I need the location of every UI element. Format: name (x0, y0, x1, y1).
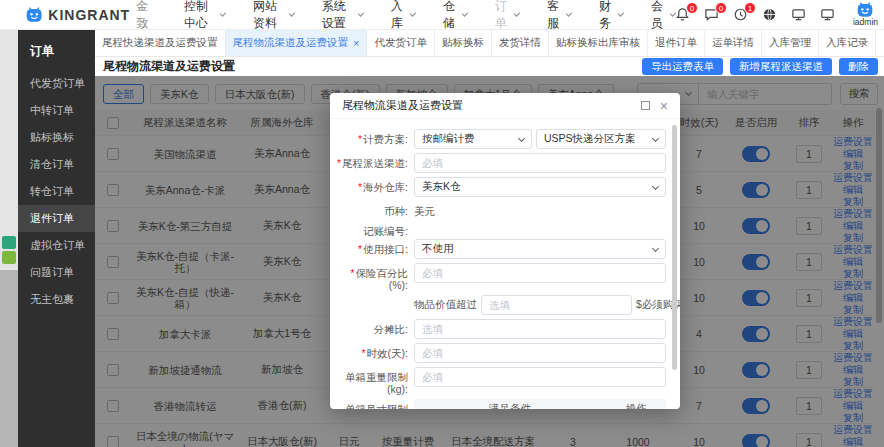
sidebar-item[interactable]: 清仓订单 (18, 151, 95, 178)
page-title: 尾程物流渠道及运费设置 (95, 58, 235, 75)
sidebar-item[interactable]: 无主包裹 (18, 286, 95, 313)
nav-menu-item[interactable]: 仓储 (443, 0, 467, 32)
top-navbar: KINGRANT 金致 控制中心 网站资料 系统设置 入库 (0, 0, 884, 30)
avatar-icon (857, 2, 873, 18)
nav-menu-item[interactable]: 系统设置 (322, 0, 363, 32)
size-limit-table: 满足条件 操作 (414, 399, 666, 409)
nav-menu-item[interactable]: 财务 (599, 0, 623, 32)
nav-menu-item[interactable]: 控制中心 (184, 0, 225, 32)
insurance-percent-input[interactable] (414, 263, 666, 283)
chevron-down-icon (514, 10, 520, 16)
brand-icon (26, 4, 42, 26)
close-all-tabs-button[interactable]: 全部关闭 × (876, 30, 884, 56)
close-icon[interactable]: × (660, 100, 668, 112)
tab[interactable]: 尾程物流渠道及运费设置 × (226, 30, 368, 56)
field-label: 币种: (334, 201, 414, 217)
chevron-down-icon (652, 182, 659, 189)
brand-name: KINGRANT (48, 7, 130, 23)
notification-bell-icon[interactable]: 0 (675, 7, 691, 23)
chevron-down-icon (618, 10, 624, 16)
channel-name-input[interactable] (414, 153, 666, 173)
modal-header: 尾程物流渠道及运费设置 × (330, 93, 680, 119)
tab[interactable]: 退件订单 (648, 30, 705, 56)
monitor-icon[interactable] (791, 7, 807, 23)
page-action-button[interactable]: 删除 (839, 58, 878, 75)
globe-icon[interactable] (762, 7, 778, 23)
modal-scrollbar[interactable] (672, 125, 677, 370)
weight-limit-input[interactable] (414, 367, 666, 387)
field-label: 记账编号: (334, 221, 414, 237)
strip-green-badge (2, 251, 16, 264)
maximize-icon[interactable] (641, 101, 650, 110)
chevron-down-icon (518, 134, 525, 141)
sidebar-header: 订单 (18, 30, 95, 70)
chevron-down-icon (410, 10, 416, 16)
page-title-bar: 尾程物流渠道及运费设置 导出运费表单 新增尾程派送渠道 删除 (95, 57, 884, 76)
tab[interactable]: 贴标换标出库审核 (549, 30, 648, 56)
billing-method-select[interactable]: 按邮编计费 (414, 129, 532, 149)
interface-select[interactable]: 不使用 (414, 239, 666, 259)
page-actions: 导出运费表单 新增尾程派送渠道 删除 (642, 58, 884, 75)
tab[interactable]: 入库记录 (819, 30, 876, 56)
nav-menus: 控制中心 网站资料 系统设置 入库 仓储 (184, 0, 675, 32)
message-icon[interactable]: 0 (704, 7, 720, 23)
background-window-strip (0, 30, 18, 447)
field-label: *尾程派送渠道: (334, 153, 414, 169)
bell-badge: 0 (686, 2, 698, 14)
field-label: 分摊比: (334, 319, 414, 335)
currency-value: 美元 (414, 201, 435, 219)
nav-menu-item[interactable]: 会员 (651, 0, 675, 32)
tab[interactable]: 入库管理 (762, 30, 819, 56)
nav-menu-item[interactable]: 网站资料 (253, 0, 294, 32)
chevron-down-icon (220, 10, 226, 16)
app-logo: KINGRANT 金致 (26, 0, 154, 32)
sidebar-item[interactable]: 虚拟仓订单 (18, 232, 95, 259)
nav-menu-item[interactable]: 入库 (391, 0, 415, 32)
field-label: *海外仓库: (334, 177, 414, 193)
chevron-down-icon (358, 10, 364, 16)
size-table-condition-header: 满足条件 (414, 402, 606, 409)
chevron-down-icon (289, 10, 295, 16)
sidebar-item[interactable]: 贴标换标 (18, 124, 95, 151)
share-ratio-input[interactable] (414, 319, 666, 339)
modal-title: 尾程物流渠道及运费设置 (342, 98, 463, 113)
size-table-action-header: 操作 (606, 402, 666, 409)
chevron-down-icon (566, 10, 572, 16)
nav-menu-item[interactable]: 订单 (495, 0, 519, 32)
tab[interactable]: 贴标换标 (435, 30, 492, 56)
billing-plan-select[interactable]: USPS快递分区方案 (536, 129, 666, 149)
strip-teal-badge (2, 236, 16, 249)
monitor-secondary-icon[interactable] (820, 7, 836, 23)
sidebar: 订单 代发货订单 中转订单 贴标换标 清仓订单 转仓订单 退件订单 虚拟仓订单 … (18, 30, 95, 447)
field-label: *保险百分比(%): (334, 263, 414, 291)
field-label: *计费方案: (334, 129, 414, 145)
chevron-down-icon (652, 134, 659, 141)
tab[interactable]: 代发货订单 (367, 30, 435, 56)
nav-menu-item[interactable]: 客服 (547, 0, 571, 32)
field-label: *使用接口: (334, 239, 414, 255)
tab-close-icon[interactable]: × (353, 38, 359, 48)
chevron-down-icon (462, 10, 468, 16)
user-avatar[interactable]: iadmin (853, 2, 878, 27)
tab[interactable]: 运单详情 (705, 30, 762, 56)
field-label: 单箱重量限制(kg): (334, 367, 414, 395)
tab[interactable]: 发货详情 (492, 30, 549, 56)
username-label: iadmin (853, 18, 878, 27)
sidebar-item[interactable]: 退件订单 (18, 205, 95, 232)
page-action-button[interactable]: 新增尾程派送渠道 (730, 58, 832, 75)
value-over-input[interactable] (481, 295, 632, 315)
overseas-warehouse-select[interactable]: 美东K仓 (414, 177, 666, 197)
sidebar-item[interactable]: 转仓订单 (18, 178, 95, 205)
aging-days-input[interactable] (414, 343, 666, 363)
page-action-button[interactable]: 导出运费表单 (642, 58, 723, 75)
clock-badge: 1 (744, 2, 756, 14)
value-over-prefix: 物品价值超过 (414, 298, 477, 312)
brand-name-cn: 金致 (136, 0, 154, 32)
history-clock-icon[interactable]: 1 (733, 7, 749, 23)
tab[interactable]: 尾程快递渠道及运费设置 (95, 30, 226, 56)
modal-body: *计费方案: 按邮编计费 USPS快递分区方案 *尾程派送渠道: *海外仓库: … (330, 119, 680, 409)
tab-bar: 尾程快递渠道及运费设置 尾程物流渠道及运费设置 × 代发货订单 贴标换标 发货详… (95, 30, 884, 57)
sidebar-item[interactable]: 代发货订单 (18, 70, 95, 97)
sidebar-item[interactable]: 中转订单 (18, 97, 95, 124)
sidebar-item[interactable]: 问题订单 (18, 259, 95, 286)
